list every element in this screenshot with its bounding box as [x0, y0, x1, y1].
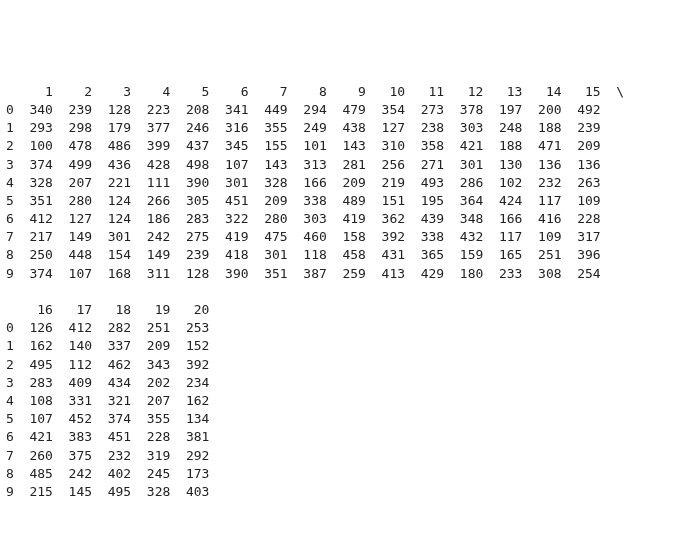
cell-value: 249: [288, 119, 327, 137]
cell-value: 143: [327, 137, 366, 155]
cell-value: 311: [131, 265, 170, 283]
row-index: 7: [6, 447, 14, 465]
cell-value: 305: [170, 192, 209, 210]
cell-value: 283: [14, 374, 53, 392]
cell-value: 166: [483, 210, 522, 228]
cell-value: 162: [14, 337, 53, 355]
block-separator: [6, 283, 670, 301]
cell-value: 117: [483, 228, 522, 246]
cell-value: 416: [522, 210, 561, 228]
column-header: 10: [366, 83, 405, 101]
cell-value: 275: [170, 228, 209, 246]
table-row: 8485242402245173: [6, 465, 670, 483]
table-row: 6412127124186283322280303419362439348166…: [6, 210, 670, 228]
cell-value: 348: [444, 210, 483, 228]
column-header: 15: [562, 83, 601, 101]
cell-value: 478: [53, 137, 92, 155]
cell-value: 328: [14, 174, 53, 192]
cell-value: 374: [14, 265, 53, 283]
cell-value: 111: [131, 174, 170, 192]
table-row: 7217149301242275419475460158392338432117…: [6, 228, 670, 246]
cell-value: 254: [562, 265, 601, 283]
cell-value: 130: [483, 156, 522, 174]
cell-value: 165: [483, 246, 522, 264]
cell-value: 381: [170, 428, 209, 446]
cell-value: 396: [562, 246, 601, 264]
cell-value: 387: [288, 265, 327, 283]
cell-value: 399: [131, 137, 170, 155]
cell-value: 493: [405, 174, 444, 192]
cell-value: 128: [92, 101, 131, 119]
table-row: 4108331321207162: [6, 392, 670, 410]
cell-value: 429: [405, 265, 444, 283]
column-header: 2: [53, 83, 92, 101]
cell-value: 432: [444, 228, 483, 246]
cell-value: 316: [209, 119, 248, 137]
cell-value: 412: [53, 319, 92, 337]
cell-value: 209: [131, 337, 170, 355]
cell-value: 140: [53, 337, 92, 355]
cell-value: 112: [53, 356, 92, 374]
cell-value: 159: [444, 246, 483, 264]
cell-value: 475: [249, 228, 288, 246]
column-header: 17: [53, 301, 92, 319]
cell-value: 166: [288, 174, 327, 192]
cell-value: 209: [562, 137, 601, 155]
cell-value: 238: [405, 119, 444, 137]
table-row: 0340239128223208341449294479354273378197…: [6, 101, 670, 119]
cell-value: 431: [366, 246, 405, 264]
cell-value: 202: [131, 374, 170, 392]
cell-value: 242: [53, 465, 92, 483]
cell-value: 251: [522, 246, 561, 264]
column-header: 16: [14, 301, 53, 319]
cell-value: 341: [209, 101, 248, 119]
cell-value: 485: [14, 465, 53, 483]
row-index: 1: [6, 337, 14, 355]
table-row: 6421383451228381: [6, 428, 670, 446]
table-row: 5107452374355134: [6, 410, 670, 428]
cell-value: 365: [405, 246, 444, 264]
cell-value: 313: [288, 156, 327, 174]
column-header: 19: [131, 301, 170, 319]
row-index: 5: [6, 410, 14, 428]
cell-value: 239: [170, 246, 209, 264]
cell-value: 343: [131, 356, 170, 374]
cell-value: 108: [14, 392, 53, 410]
cell-value: 197: [483, 101, 522, 119]
cell-value: 217: [14, 228, 53, 246]
row-index: 5: [6, 192, 14, 210]
cell-value: 245: [131, 465, 170, 483]
cell-value: 383: [53, 428, 92, 446]
cell-value: 188: [483, 137, 522, 155]
cell-value: 419: [327, 210, 366, 228]
table-row: 5351280124266305451209338489151195364424…: [6, 192, 670, 210]
cell-value: 152: [170, 337, 209, 355]
column-header-row: 123456789101112131415 \: [6, 83, 670, 101]
cell-value: 128: [170, 265, 209, 283]
cell-value: 495: [14, 356, 53, 374]
cell-value: 180: [444, 265, 483, 283]
cell-value: 355: [131, 410, 170, 428]
table-row: 9374107168311128390351387259413429180233…: [6, 265, 670, 283]
column-header: 3: [92, 83, 131, 101]
cell-value: 248: [483, 119, 522, 137]
cell-value: 162: [170, 392, 209, 410]
cell-value: 338: [288, 192, 327, 210]
cell-value: 421: [14, 428, 53, 446]
column-header: 7: [249, 83, 288, 101]
table-row: 4328207221111390301328166209219493286102…: [6, 174, 670, 192]
row-index: 7: [6, 228, 14, 246]
cell-value: 118: [288, 246, 327, 264]
cell-value: 345: [209, 137, 248, 155]
cell-value: 186: [131, 210, 170, 228]
cell-value: 239: [562, 119, 601, 137]
cell-value: 149: [131, 246, 170, 264]
row-index: 3: [6, 156, 14, 174]
cell-value: 409: [53, 374, 92, 392]
column-header: 11: [405, 83, 444, 101]
row-index: 9: [6, 265, 14, 283]
cell-value: 207: [53, 174, 92, 192]
table-row: 3374499436428498107143313281256271301130…: [6, 156, 670, 174]
cell-value: 449: [249, 101, 288, 119]
cell-value: 151: [366, 192, 405, 210]
